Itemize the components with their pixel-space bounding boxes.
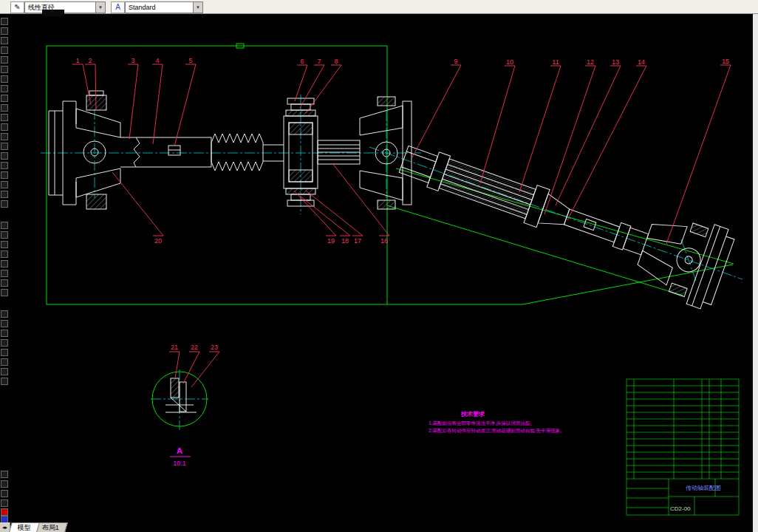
side-tool-button[interactable]: [1, 250, 8, 258]
part-callout: 1: [75, 57, 79, 64]
text-style-value: Standard: [126, 4, 193, 11]
chevron-down-icon[interactable]: ▼: [95, 2, 105, 13]
drawing-number: CD2-00: [670, 505, 691, 512]
drawing-title: 传动轴装配图: [686, 485, 721, 491]
text-style-icon[interactable]: A: [111, 1, 125, 13]
text-style-dropdown[interactable]: Standard ▼: [125, 1, 203, 13]
notes-title: 技术要求: [460, 411, 485, 417]
tab-layout1-label: 布局1: [42, 523, 59, 532]
side-tool-button[interactable]: [1, 330, 8, 337]
side-tool-button[interactable]: [1, 378, 8, 385]
side-tool-button[interactable]: [1, 289, 8, 296]
side-tool-button[interactable]: [1, 480, 8, 488]
side-tool-button[interactable]: [1, 241, 8, 248]
side-tool-button[interactable]: [1, 95, 8, 102]
detail-scale: 10:1: [173, 460, 186, 467]
part-callout: 18: [341, 237, 349, 245]
part-callout: 11: [552, 58, 559, 66]
side-tool-button[interactable]: [1, 339, 8, 347]
side-tool-button[interactable]: [1, 310, 8, 318]
layout-tab-bar: ◂▸ 模型 布局1: [0, 522, 758, 532]
side-tool-button[interactable]: [1, 171, 8, 179]
leader-lines: [72, 64, 731, 387]
side-tool-button[interactable]: [1, 85, 8, 92]
part-callout: 14: [638, 58, 645, 66]
side-tool-button[interactable]: [1, 200, 8, 208]
black-popup-artifact: [42, 10, 64, 17]
side-tool-button[interactable]: [1, 490, 8, 497]
chevron-down-icon[interactable]: ▼: [193, 2, 202, 13]
side-tool-button[interactable]: [1, 270, 8, 277]
side-tool-button[interactable]: [1, 47, 8, 54]
side-tool-button[interactable]: [1, 123, 8, 131]
part-callout: 17: [354, 237, 361, 245]
side-tool-button[interactable]: [1, 191, 8, 198]
part-callout: 19: [327, 237, 335, 245]
side-tool-button[interactable]: [1, 368, 8, 375]
side-tool-button[interactable]: [1, 358, 8, 366]
part-callout: 15: [722, 58, 729, 65]
part-callout: 6: [300, 58, 304, 65]
side-tool-button[interactable]: [1, 499, 8, 507]
part-callout: 13: [612, 58, 619, 66]
side-tool-button[interactable]: [1, 181, 8, 188]
styles-toolbar: ✎ 线性直径 ▼ A Standard ▼: [0, 0, 758, 14]
part-callout: 9: [454, 58, 457, 65]
part-callout: 20: [154, 237, 162, 245]
side-tool-button[interactable]: [1, 162, 8, 169]
side-tool-button[interactable]: [1, 37, 8, 44]
note-line: 1.装配前应将全部零件清洗干净,并涂以润滑油脂。: [428, 420, 535, 426]
part-callout: 7: [317, 58, 321, 65]
side-tool-button[interactable]: [1, 56, 8, 64]
side-tool-button[interactable]: [1, 66, 8, 73]
tab-model-label: 模型: [18, 523, 31, 532]
part-callout: 2: [88, 57, 92, 64]
part-callout: 16: [380, 237, 388, 245]
detail-label: A 10:1: [170, 446, 191, 467]
side-tool-button[interactable]: [1, 143, 8, 150]
window-border: [753, 13, 758, 532]
side-tool-button[interactable]: [1, 27, 8, 35]
side-tool-button[interactable]: [1, 279, 8, 287]
tab-model[interactable]: 模型: [9, 522, 40, 532]
side-tool-button[interactable]: [1, 114, 8, 121]
side-tool-button[interactable]: [1, 75, 8, 83]
side-tool-button[interactable]: [1, 152, 8, 160]
side-tool-button[interactable]: [1, 133, 8, 140]
side-tool-button[interactable]: [1, 18, 8, 25]
dim-style-icon[interactable]: ✎: [10, 1, 24, 13]
part-callout: 22: [191, 344, 198, 351]
side-tool-button[interactable]: [1, 349, 8, 356]
side-toolbar: [0, 0, 8, 532]
side-tool-button[interactable]: [1, 104, 8, 112]
side-tool-button[interactable]: [1, 508, 8, 516]
centerlines: [41, 95, 742, 430]
technical-notes: 技术要求 1.装配前应将全部零件清洗干净,并涂以润滑油脂。 2.装配后各转动件应…: [428, 411, 565, 434]
dim-style-dropdown[interactable]: 线性直径 ▼: [24, 1, 106, 13]
pencil-icon: ✎: [14, 3, 20, 11]
part-callout: 8: [334, 58, 338, 65]
drawing-canvas[interactable]: 1 2 3 4 5 6 7 8 9 10 11 12 13 14 15 20 1…: [8, 13, 753, 522]
title-block: 传动轴装配图 CD2-00: [626, 379, 739, 515]
side-tool-button[interactable]: [1, 222, 8, 229]
side-tool-button[interactable]: [1, 231, 8, 239]
side-tool-button[interactable]: [1, 260, 8, 267]
main-assembly-drawing: [49, 91, 737, 312]
part-callout: 4: [155, 57, 159, 64]
side-tool-button[interactable]: [1, 471, 8, 478]
part-callout: 23: [211, 344, 218, 351]
part-callout: 5: [188, 57, 192, 64]
note-line: 2.装配后各转动件应转动灵活,滑动花键副滑动自如,无卡滞现象。: [428, 428, 565, 434]
letter-a-icon: A: [115, 3, 120, 11]
side-tool-button[interactable]: [1, 320, 8, 327]
phantom-boundary: [47, 44, 734, 304]
part-callout: 10: [506, 58, 513, 66]
detail-letter: A: [177, 446, 182, 455]
part-callout: 3: [131, 57, 134, 64]
part-callout: 21: [171, 344, 178, 351]
part-callout: 12: [587, 58, 594, 66]
